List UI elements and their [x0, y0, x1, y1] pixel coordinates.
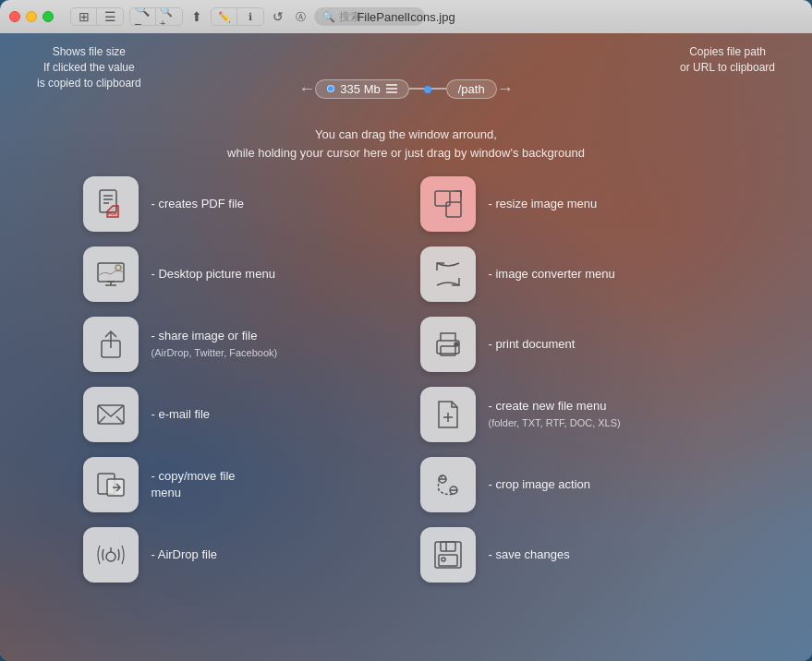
list-item: - save changes	[420, 527, 730, 583]
edit-controls: ✏️ ℹ	[211, 7, 264, 26]
svg-line-21	[116, 416, 124, 424]
save-icon-box[interactable]	[420, 527, 476, 583]
email-label: - e-mail file	[151, 406, 211, 423]
rotate-icon[interactable]: ↺	[270, 8, 286, 25]
pdf-label: - creates PDF file	[151, 196, 244, 212]
dot-indicator	[327, 85, 334, 92]
view-controls: ⊞ ☰	[70, 7, 124, 26]
print-icon-box[interactable]	[420, 317, 476, 372]
converter-icon-box[interactable]	[420, 246, 476, 302]
airdrop-icon-box[interactable]	[83, 527, 139, 583]
bar-connector	[409, 88, 446, 90]
svg-point-13	[115, 265, 121, 270]
main-window: ⊞ ☰ 🔍− 🔍+ ⬆ FilePanelIcons.jpg ✏️ ℹ ↺ Ⓐ …	[0, 0, 812, 661]
zoom-in-icon[interactable]: 🔍+	[156, 8, 182, 25]
main-content: Shows file size If clicked the value is …	[0, 33, 812, 661]
svg-point-18	[454, 343, 458, 346]
list-item: - image converter menu	[420, 246, 730, 302]
list-item: - Desktop picture menu	[83, 246, 393, 302]
list-view-icon[interactable]: ☰	[97, 8, 123, 25]
list-item: - create new file menu (folder, TXT, RTF…	[420, 387, 730, 442]
svg-point-37	[442, 558, 445, 561]
file-path-pill[interactable]: /path	[446, 79, 497, 99]
file-size-value: 335 Mb	[340, 82, 380, 96]
zoom-out-icon[interactable]: 🔍−	[130, 8, 156, 25]
edit-icon[interactable]: ✏️	[212, 8, 237, 25]
file-info-area: Shows file size If clicked the value is …	[18, 52, 794, 116]
share-icon[interactable]: ⬆	[188, 8, 205, 25]
share-label: - share image or file (AirDrop, Twitter,…	[151, 328, 278, 361]
svg-line-20	[98, 416, 105, 424]
zoom-controls: 🔍− 🔍+	[129, 7, 183, 26]
list-item: - resize image menu	[420, 176, 730, 232]
converter-label: - image converter menu	[489, 266, 615, 282]
list-item: - e-mail file	[83, 387, 393, 442]
search-icon: 🔍	[322, 11, 335, 23]
list-item: - print document	[420, 317, 730, 372]
newfile-label: - create new file menu (folder, TXT, RTF…	[489, 398, 621, 431]
svg-text:PDF: PDF	[108, 210, 117, 216]
arrow-right: →	[497, 79, 514, 99]
desktop-icon-box[interactable]	[83, 246, 139, 302]
content-panel: Shows file size If clicked the value is …	[0, 33, 812, 661]
desktop-label: - Desktop picture menu	[151, 266, 275, 282]
drag-hint: You can drag the window arround, while h…	[227, 126, 585, 162]
list-item: PDF - creates PDF file	[83, 176, 393, 232]
share-icon-box[interactable]	[83, 317, 139, 372]
copymove-label: - copy/move file menu	[151, 468, 236, 501]
lines-icon	[386, 84, 397, 93]
resize-icon-box[interactable]	[420, 176, 476, 232]
window-title: FilePanelIcons.jpg	[357, 10, 454, 24]
close-button[interactable]	[9, 11, 20, 22]
view-icon[interactable]: ⊞	[71, 8, 97, 25]
crop-icon-box[interactable]	[420, 457, 476, 512]
annotate-icon[interactable]: Ⓐ	[292, 8, 309, 25]
list-item: - copy/move file menu	[83, 457, 393, 512]
traffic-lights	[9, 11, 54, 22]
newfile-icon-box[interactable]	[420, 387, 476, 442]
email-icon-box[interactable]	[83, 387, 139, 442]
print-label: - print document	[489, 336, 576, 353]
icons-grid: PDF - creates PDF file	[83, 176, 730, 583]
minimize-button[interactable]	[26, 11, 37, 22]
resize-label: - resize image menu	[489, 196, 598, 212]
list-item: - share image or file (AirDrop, Twitter,…	[83, 317, 393, 372]
crop-label: - crop image action	[489, 476, 591, 493]
airdrop-label: - AirDrop file	[151, 547, 218, 563]
pdf-icon-box[interactable]: PDF	[83, 176, 139, 232]
list-item: - AirDrop file	[83, 527, 393, 583]
save-label: - save changes	[489, 547, 570, 563]
file-size-tooltip: Shows file size If clicked the value is …	[37, 44, 141, 90]
copymove-icon-box[interactable]	[83, 457, 139, 512]
file-size-pill[interactable]: 335 Mb	[315, 79, 408, 99]
info-icon[interactable]: ℹ	[237, 8, 263, 25]
titlebar: ⊞ ☰ 🔍− 🔍+ ⬆ FilePanelIcons.jpg ✏️ ℹ ↺ Ⓐ …	[0, 0, 812, 33]
arrow-left: ←	[298, 79, 315, 99]
list-item: - crop image action	[420, 457, 730, 512]
maximize-button[interactable]	[42, 11, 54, 22]
svg-rect-34	[441, 542, 455, 551]
svg-point-31	[106, 552, 115, 561]
file-path-value: /path	[458, 82, 485, 96]
file-bar: ← 335 Mb /path →	[298, 79, 513, 99]
file-path-tooltip: Copies file path or URL to clipboard	[680, 44, 775, 76]
